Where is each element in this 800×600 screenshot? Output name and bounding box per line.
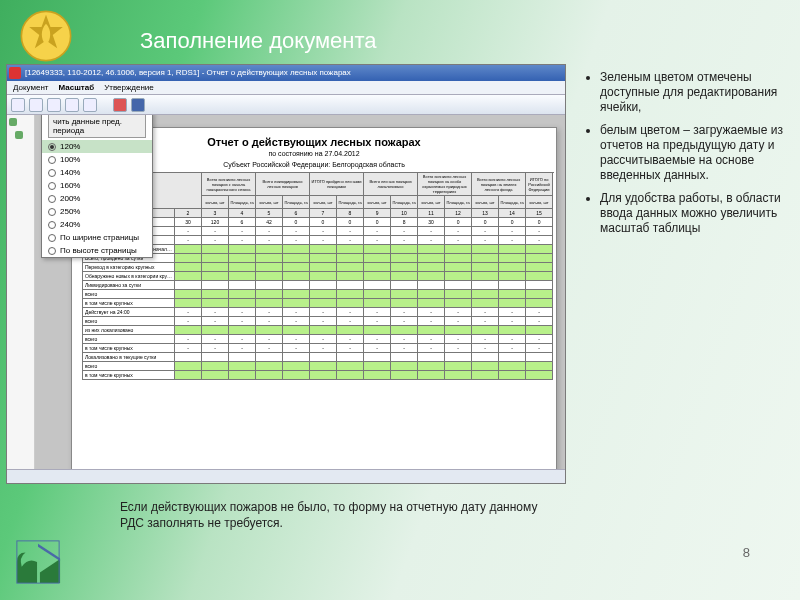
zoom-option[interactable]: 140% xyxy=(42,166,152,179)
toolbar-button[interactable] xyxy=(29,98,43,112)
cell[interactable] xyxy=(526,254,553,263)
cell[interactable] xyxy=(418,299,445,308)
toolbar-button[interactable] xyxy=(131,98,145,112)
cell[interactable] xyxy=(229,362,256,371)
cell[interactable] xyxy=(526,245,553,254)
cell[interactable] xyxy=(202,263,229,272)
zoom-option[interactable]: 250% xyxy=(42,205,152,218)
zoom-option[interactable]: 120% xyxy=(42,140,152,153)
cell[interactable] xyxy=(229,272,256,281)
cell[interactable] xyxy=(337,254,364,263)
cell[interactable] xyxy=(391,263,418,272)
cell[interactable] xyxy=(418,272,445,281)
cell[interactable] xyxy=(472,245,499,254)
cell[interactable] xyxy=(364,245,391,254)
cell[interactable] xyxy=(202,371,229,380)
cell[interactable] xyxy=(175,290,202,299)
cell[interactable] xyxy=(445,299,472,308)
cell[interactable] xyxy=(418,326,445,335)
cell[interactable] xyxy=(283,254,310,263)
cell[interactable] xyxy=(229,263,256,272)
cell[interactable] xyxy=(175,272,202,281)
cell[interactable] xyxy=(391,299,418,308)
cell[interactable] xyxy=(229,326,256,335)
cell[interactable] xyxy=(526,326,553,335)
cell[interactable] xyxy=(310,362,337,371)
cell[interactable] xyxy=(472,254,499,263)
cell[interactable] xyxy=(175,299,202,308)
cell[interactable] xyxy=(391,272,418,281)
tree-node[interactable] xyxy=(7,115,34,128)
cell[interactable] xyxy=(364,290,391,299)
cell[interactable] xyxy=(364,326,391,335)
cell[interactable] xyxy=(445,263,472,272)
cell[interactable] xyxy=(256,299,283,308)
cell[interactable] xyxy=(472,326,499,335)
cell[interactable] xyxy=(229,290,256,299)
cell[interactable] xyxy=(256,254,283,263)
cell[interactable] xyxy=(175,362,202,371)
cell[interactable] xyxy=(202,326,229,335)
cell[interactable] xyxy=(310,326,337,335)
cell[interactable] xyxy=(445,245,472,254)
cell[interactable] xyxy=(283,290,310,299)
cell[interactable] xyxy=(526,290,553,299)
cell[interactable] xyxy=(310,254,337,263)
cell[interactable] xyxy=(310,290,337,299)
cell[interactable] xyxy=(337,272,364,281)
cell[interactable] xyxy=(418,290,445,299)
toolbar-button[interactable] xyxy=(113,98,127,112)
cell[interactable] xyxy=(337,299,364,308)
cell[interactable] xyxy=(391,371,418,380)
cell[interactable] xyxy=(337,290,364,299)
cell[interactable] xyxy=(310,371,337,380)
load-prev-button[interactable]: чить данные пред. периода xyxy=(48,115,146,138)
cell[interactable] xyxy=(364,263,391,272)
cell[interactable] xyxy=(499,326,526,335)
cell[interactable] xyxy=(472,263,499,272)
cell[interactable] xyxy=(445,272,472,281)
cell[interactable] xyxy=(391,254,418,263)
cell[interactable] xyxy=(175,254,202,263)
cell[interactable] xyxy=(472,299,499,308)
cell[interactable] xyxy=(202,299,229,308)
cell[interactable] xyxy=(337,362,364,371)
toolbar-button[interactable] xyxy=(47,98,61,112)
cell[interactable] xyxy=(283,272,310,281)
tree-node[interactable] xyxy=(7,128,34,141)
cell[interactable] xyxy=(499,371,526,380)
cell[interactable] xyxy=(418,245,445,254)
cell[interactable] xyxy=(229,371,256,380)
cell[interactable] xyxy=(499,299,526,308)
cell[interactable] xyxy=(391,290,418,299)
cell[interactable] xyxy=(499,263,526,272)
cell[interactable] xyxy=(445,371,472,380)
cell[interactable] xyxy=(418,362,445,371)
cell[interactable] xyxy=(283,299,310,308)
cell[interactable] xyxy=(445,254,472,263)
cell[interactable] xyxy=(202,272,229,281)
cell[interactable] xyxy=(499,254,526,263)
cell[interactable] xyxy=(526,371,553,380)
cell[interactable] xyxy=(499,272,526,281)
cell[interactable] xyxy=(445,326,472,335)
cell[interactable] xyxy=(175,371,202,380)
cell[interactable] xyxy=(391,245,418,254)
cell[interactable] xyxy=(256,272,283,281)
zoom-by-width[interactable]: По ширине страницы xyxy=(42,231,152,244)
cell[interactable] xyxy=(418,263,445,272)
toolbar-button[interactable] xyxy=(11,98,25,112)
cell[interactable] xyxy=(472,290,499,299)
toolbar-button[interactable] xyxy=(65,98,79,112)
zoom-option[interactable]: 240% xyxy=(42,218,152,231)
cell[interactable] xyxy=(175,326,202,335)
cell[interactable] xyxy=(202,290,229,299)
cell[interactable] xyxy=(391,362,418,371)
cell[interactable] xyxy=(526,263,553,272)
cell[interactable] xyxy=(364,371,391,380)
cell[interactable] xyxy=(283,263,310,272)
cell[interactable] xyxy=(229,245,256,254)
cell[interactable] xyxy=(256,362,283,371)
cell[interactable] xyxy=(310,299,337,308)
cell[interactable] xyxy=(499,290,526,299)
